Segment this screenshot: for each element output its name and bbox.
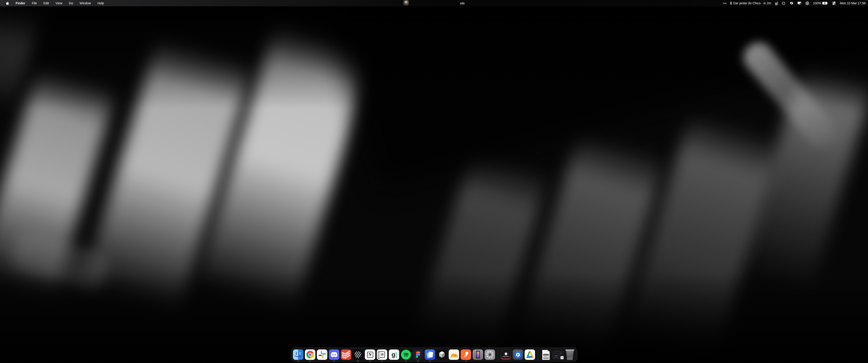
menu-view[interactable]: View: [55, 0, 62, 6]
menu-window[interactable]: Window: [80, 0, 91, 6]
dock-app-notion-calendar[interactable]: 10: [377, 350, 387, 360]
dock-file-document[interactable]: [541, 350, 551, 360]
dock: N 10 g: [291, 348, 577, 362]
dock-app-1password[interactable]: [513, 350, 523, 360]
running-indicator: [370, 361, 370, 361]
dock-app-figma[interactable]: [413, 350, 423, 360]
dock-app-postman[interactable]: [461, 350, 471, 360]
dock-file-screenshot[interactable]: 11: [553, 350, 563, 360]
calendar-event-item[interactable]: Dar jantar do Chico · in 2m: [731, 1, 771, 5]
menu-go[interactable]: Go: [69, 0, 73, 6]
wallpaper-shadow: [0, 0, 868, 363]
dock-app-postico[interactable]: [449, 350, 459, 360]
dock-app-grammarly[interactable]: g: [389, 350, 399, 360]
running-indicator: [381, 361, 382, 361]
dock-trash[interactable]: [565, 350, 575, 360]
running-indicator: [334, 361, 335, 361]
event-text: Dar jantar do Chico · in 2m: [733, 1, 771, 5]
audio-level-bars-icon: [460, 2, 464, 4]
dock-app-finder[interactable]: [293, 350, 303, 360]
control-center-icon[interactable]: [832, 1, 836, 5]
dock-app-notion[interactable]: N: [365, 350, 375, 360]
dock-app-craft[interactable]: [425, 350, 435, 360]
linear-logo-icon: [355, 351, 362, 358]
pick-shape-icon[interactable]: [789, 1, 794, 5]
dock-app-raycast[interactable]: raycast: [501, 350, 511, 360]
apple-menu-icon[interactable]: [6, 1, 9, 5]
running-indicator: [430, 361, 430, 361]
menu-bar-clock[interactable]: Mon 10 Mar 17:58: [840, 1, 866, 5]
running-indicator: [405, 361, 406, 361]
dock-app-chrome[interactable]: [305, 350, 315, 360]
overflow-dots-item[interactable]: •••: [723, 2, 727, 5]
app-menu-finder[interactable]: Finder: [16, 0, 25, 6]
calendar-badge: 11: [560, 356, 564, 359]
running-indicator: [298, 361, 299, 361]
dock-separator: [538, 350, 538, 360]
menu-bar: Finder File Edit View Go Window Help •••…: [0, 0, 868, 6]
grammarly-icon[interactable]: g: [775, 1, 778, 5]
dock-app-google-drive[interactable]: [525, 350, 535, 360]
running-indicator: [358, 361, 359, 361]
notion-calendar-logo-icon: 10: [379, 352, 385, 358]
dock-app-simulator[interactable]: [473, 350, 483, 360]
raycast-logo-icon: [504, 352, 507, 355]
dock-separator: [498, 350, 498, 360]
battery-icon: [822, 2, 828, 5]
display-icon[interactable]: [797, 1, 802, 5]
event-color-bar-icon: [731, 2, 732, 5]
chrome-logo-icon: [306, 351, 314, 359]
spotify-logo-icon: [401, 350, 411, 360]
trash-icon: [565, 350, 575, 360]
grammarly-logo-icon: g: [392, 352, 397, 358]
screenshot-thumbnail-icon: 11: [553, 351, 563, 359]
dock-app-slack[interactable]: [317, 350, 327, 360]
running-indicator: [465, 361, 466, 361]
running-indicator: [310, 361, 311, 361]
running-indicator: [417, 361, 418, 361]
menu-bar-status-area: ••• Dar jantar do Chico · in 2m g: [723, 1, 868, 5]
dock-app-spotify[interactable]: [401, 350, 411, 360]
burst-icon[interactable]: [782, 1, 785, 5]
document-file-icon: [542, 350, 550, 360]
menu-help[interactable]: Help: [97, 0, 104, 6]
desktop-wallpaper: [0, 0, 868, 363]
now-playing-album-art[interactable]: [403, 0, 409, 6]
1password-logo-icon: [514, 351, 522, 359]
menu-bar-left: Finder File Edit View Go Window Help: [0, 0, 104, 6]
dock-app-discord[interactable]: [329, 350, 339, 360]
battery-percent: 100%: [813, 1, 821, 5]
menu-edit[interactable]: Edit: [43, 0, 49, 6]
dock-app-system-settings[interactable]: [485, 350, 495, 360]
dock-app-linear[interactable]: [353, 350, 363, 360]
dock-app-cube[interactable]: [437, 350, 447, 360]
menu-file[interactable]: File: [32, 0, 37, 6]
onepassword-icon[interactable]: [805, 1, 809, 5]
notion-logo-icon: N: [367, 352, 373, 358]
simulator-iphone-icon: [476, 351, 480, 359]
battery-item[interactable]: 100%: [813, 1, 829, 5]
gear-icon: [485, 350, 495, 360]
dock-app-todoist[interactable]: [341, 350, 351, 360]
